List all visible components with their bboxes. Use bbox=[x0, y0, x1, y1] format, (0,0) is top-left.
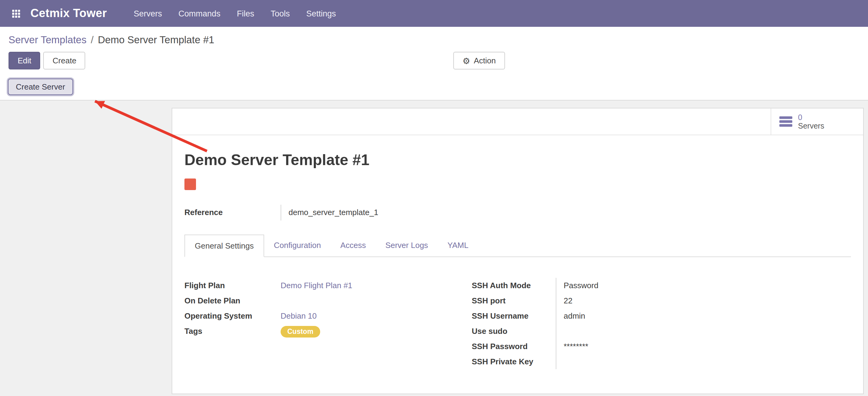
tab-server-logs[interactable]: Server Logs bbox=[376, 234, 438, 257]
ssh-port-value: 22 bbox=[564, 293, 851, 308]
app-window: Cetmix Tower Servers Commands Files Tool… bbox=[0, 0, 868, 396]
tags-label: Tags bbox=[184, 323, 281, 339]
reference-field: Reference demo_server_template_1 bbox=[184, 205, 851, 221]
ssh-username-label: SSH Username bbox=[472, 308, 556, 323]
menu-commands[interactable]: Commands bbox=[178, 9, 220, 18]
action-button-label: Action bbox=[474, 56, 496, 65]
form-sheet: 0 Servers Demo Server Template #1 Refere… bbox=[172, 108, 864, 394]
menu-tools[interactable]: Tools bbox=[271, 9, 290, 18]
notebook-tabs: General Settings Configuration Access Se… bbox=[184, 234, 851, 257]
tab-yaml[interactable]: YAML bbox=[438, 234, 478, 257]
operating-system-value: Debian 10 bbox=[281, 308, 472, 323]
ssh-port-label: SSH port bbox=[472, 293, 556, 308]
record-title: Demo Server Template #1 bbox=[184, 151, 851, 169]
reference-value[interactable]: demo_server_template_1 bbox=[281, 205, 414, 221]
color-swatch[interactable] bbox=[184, 178, 196, 190]
servers-icon bbox=[779, 116, 793, 127]
right-values-column: Password 22 admin ******** bbox=[556, 278, 851, 369]
left-labels-column: Flight Plan On Delete Plan Operating Sys… bbox=[184, 278, 281, 339]
breadcrumb: Server Templates/Demo Server Template #1 bbox=[0, 27, 868, 48]
servers-stat-button[interactable]: 0 Servers bbox=[771, 108, 863, 135]
top-navbar: Cetmix Tower Servers Commands Files Tool… bbox=[0, 0, 868, 27]
ssh-password-value: ******** bbox=[564, 339, 851, 354]
servers-count: 0 bbox=[798, 113, 824, 121]
action-button[interactable]: ⚙ Action bbox=[454, 52, 505, 69]
stat-button-box: 0 Servers bbox=[172, 108, 863, 135]
tab-access[interactable]: Access bbox=[331, 234, 376, 257]
use-sudo-label: Use sudo bbox=[472, 323, 556, 339]
tag-badge-custom[interactable]: Custom bbox=[281, 326, 320, 338]
flight-plan-label: Flight Plan bbox=[184, 278, 281, 293]
reference-label: Reference bbox=[184, 205, 281, 221]
create-server-button[interactable]: Create Server bbox=[8, 79, 73, 95]
apps-grid-icon bbox=[12, 9, 20, 17]
ssh-auth-mode-label: SSH Auth Mode bbox=[472, 278, 556, 293]
menu-settings[interactable]: Settings bbox=[306, 9, 336, 18]
ssh-private-key-label: SSH Private Key bbox=[472, 354, 556, 369]
flight-plan-value: Demo Flight Plan #1 bbox=[281, 278, 472, 293]
create-button[interactable]: Create bbox=[43, 52, 86, 69]
menu-files[interactable]: Files bbox=[237, 9, 254, 18]
form-view-background: 0 Servers Demo Server Template #1 Refere… bbox=[0, 101, 868, 396]
control-panel: Edit Create ⚙ Action bbox=[0, 48, 868, 74]
gear-icon: ⚙ bbox=[463, 56, 470, 65]
apps-menu-button[interactable] bbox=[5, 0, 27, 27]
tags-value: Custom bbox=[281, 323, 472, 339]
ssh-auth-mode-value: Password bbox=[564, 278, 851, 293]
menu-servers[interactable]: Servers bbox=[134, 9, 162, 18]
ssh-password-label: SSH Password bbox=[472, 339, 556, 354]
use-sudo-value bbox=[564, 323, 851, 339]
right-labels-column: SSH Auth Mode SSH port SSH Username Use … bbox=[472, 278, 556, 369]
form-statusbar: Create Server bbox=[0, 74, 868, 101]
on-delete-plan-value bbox=[281, 293, 472, 308]
flight-plan-link[interactable]: Demo Flight Plan #1 bbox=[281, 281, 352, 290]
tab-configuration[interactable]: Configuration bbox=[264, 234, 331, 257]
breadcrumb-separator: / bbox=[91, 34, 93, 45]
ssh-username-value: admin bbox=[564, 308, 851, 323]
on-delete-plan-label: On Delete Plan bbox=[184, 293, 281, 308]
edit-button[interactable]: Edit bbox=[8, 52, 40, 69]
general-right-group: SSH Auth Mode SSH port SSH Username Use … bbox=[472, 278, 851, 369]
app-brand[interactable]: Cetmix Tower bbox=[30, 7, 107, 20]
stat-text: 0 Servers bbox=[798, 113, 824, 130]
tab-general-settings[interactable]: General Settings bbox=[184, 234, 264, 257]
operating-system-link[interactable]: Debian 10 bbox=[281, 311, 317, 320]
sheet-content: Demo Server Template #1 Reference demo_s… bbox=[172, 135, 863, 394]
breadcrumb-parent-link[interactable]: Server Templates bbox=[8, 34, 87, 45]
servers-count-label: Servers bbox=[798, 121, 824, 130]
general-left-group: Flight Plan On Delete Plan Operating Sys… bbox=[184, 278, 472, 369]
general-settings-groups: Flight Plan On Delete Plan Operating Sys… bbox=[184, 278, 851, 369]
breadcrumb-current: Demo Server Template #1 bbox=[98, 34, 214, 45]
left-values-column: Demo Flight Plan #1 Debian 10 Custom bbox=[281, 278, 472, 339]
ssh-private-key-value bbox=[564, 354, 851, 369]
main-menu: Servers Commands Files Tools Settings bbox=[134, 9, 336, 18]
operating-system-label: Operating System bbox=[184, 308, 281, 323]
